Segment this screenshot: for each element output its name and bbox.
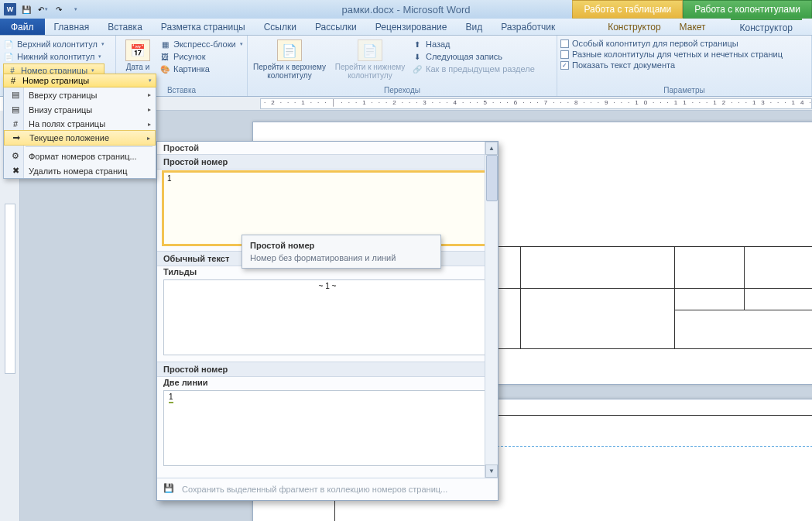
tab-insert[interactable]: Вставка	[98, 19, 152, 35]
header-top-label: Верхний колонтитул	[17, 39, 98, 49]
title-bar: W 💾 ↶▾ ↷ ▾ рамки.docx - Microsoft Word Р…	[0, 0, 812, 19]
tab-developer[interactable]: Разработчик	[492, 19, 564, 35]
first-page-checkbox[interactable]: Особый колонтитул для первой страницы	[560, 39, 783, 48]
page-number-menu-title: Номер страницы	[22, 76, 89, 85]
menu-page-margins[interactable]: #На полях страницы▸	[4, 117, 156, 131]
menu-format-label: Формат номеров страниц...	[29, 152, 137, 161]
express-blocks-button[interactable]: ▦Экспресс-блоки▾	[159, 39, 243, 50]
gallery-footer-label: Сохранить выделенный фрагмент в коллекци…	[182, 485, 447, 494]
gallery-category-simple: Простой	[157, 142, 498, 154]
odd-even-label: Разные колонтитулы для четных и нечетных…	[572, 50, 783, 59]
tab-file[interactable]: Файл	[0, 19, 45, 35]
tooltip: Простой номер Номер без форматирования и…	[242, 235, 441, 269]
header-top-button[interactable]: 📄Верхний колонтитул▾	[3, 39, 104, 50]
save-selection-icon: 💾	[163, 483, 176, 495]
goto-footer-button[interactable]: 📄 Перейти к нижнему колонтитулу	[331, 37, 409, 84]
goto-header-label: Перейти к верхнему колонтитулу	[251, 63, 328, 80]
context-tab-tables: Работа с таблицами	[572, 0, 683, 19]
nav-next-button[interactable]: ⬇Следующая запись	[412, 51, 535, 62]
calendar-icon: 📅	[125, 39, 150, 61]
show-doc-checkbox[interactable]: ✓Показать текст документа	[560, 60, 783, 70]
gallery-item-tildes[interactable]: ~ 1 ~	[163, 279, 492, 355]
menu-bottom-of-page[interactable]: ▤Внизу страницы▸	[4, 102, 156, 117]
gallery-tildes-sample: ~ 1 ~	[319, 282, 337, 290]
goto-header-button[interactable]: 📄 Перейти к верхнему колонтитулу	[251, 37, 328, 84]
ribbon-tabs: Файл Главная Вставка Разметка страницы С…	[0, 19, 812, 36]
page-down-icon: 📄	[358, 39, 382, 61]
nav-back-label: Назад	[426, 39, 451, 49]
context-tab-headers: Работа с колонтитулами	[683, 0, 812, 19]
page-number-menu: # Номер страницы ▾ ▤Вверху страницы▸ ▤Вн…	[3, 74, 156, 179]
header-bottom-button[interactable]: 📄Нижний колонтитул▾	[3, 51, 104, 62]
qat-customize-icon[interactable]: ▾	[68, 2, 82, 16]
menu-bottom-label: Внизу страницы	[29, 105, 92, 115]
tab-table-constructor[interactable]: Конструктор	[598, 19, 670, 35]
gallery-save-selection[interactable]: 💾 Сохранить выделенный фрагмент в коллек…	[157, 478, 498, 500]
menu-format-page-numbers[interactable]: ⚙Формат номеров страниц...	[4, 149, 156, 163]
menu-margins-label: На полях страницы	[29, 119, 105, 129]
tooltip-body: Номер без форматирования и линий	[250, 253, 433, 262]
nav-group-title: Переходы	[248, 85, 557, 96]
link-previous-button[interactable]: 🔗Как в предыдущем разделе	[412, 63, 535, 74]
redo-icon[interactable]: ↷	[52, 2, 66, 16]
odd-even-checkbox[interactable]: Разные колонтитулы для четных и нечетных…	[560, 50, 783, 59]
tab-review[interactable]: Рецензирование	[366, 19, 457, 35]
clipart-button[interactable]: 🎨Картинка	[159, 63, 243, 74]
menu-remove-page-numbers[interactable]: ✖Удалить номера страниц	[4, 163, 156, 178]
word-app-icon[interactable]: W	[3, 2, 17, 16]
quick-access-toolbar: W 💾 ↶▾ ↷ ▾	[0, 2, 82, 16]
save-icon[interactable]: 💾	[19, 2, 33, 16]
nav-next-label: Следующая запись	[426, 52, 502, 61]
show-doc-label: Показать текст документа	[572, 60, 675, 70]
scroll-down-icon[interactable]: ▼	[485, 464, 498, 478]
tab-references[interactable]: Ссылки	[255, 19, 306, 35]
tab-header-constructor[interactable]: Конструктор	[731, 19, 802, 35]
scroll-up-icon[interactable]: ▲	[485, 142, 498, 155]
picture-button[interactable]: 🖼Рисунок	[159, 51, 243, 62]
menu-current-position[interactable]: ⮕Текущее положение▸	[4, 130, 156, 146]
gallery-item-two-lines[interactable]: 1	[163, 390, 492, 466]
picture-label: Рисунок	[173, 52, 206, 61]
menu-top-of-page[interactable]: ▤Вверху страницы▸	[4, 87, 156, 102]
page-up-icon: 📄	[277, 39, 302, 61]
express-label: Экспресс-блоки	[173, 39, 236, 49]
tab-mailings[interactable]: Рассылки	[306, 19, 366, 35]
tab-home[interactable]: Главная	[45, 19, 99, 35]
gallery-section-simple-number-2: Простой номер	[157, 362, 498, 377]
link-previous-label: Как в предыдущем разделе	[426, 64, 535, 74]
menu-remove-label: Удалить номера страниц	[29, 166, 128, 176]
clipart-label: Картинка	[173, 64, 210, 74]
goto-footer-label: Перейти к нижнему колонтитулу	[331, 63, 409, 80]
tooltip-title: Простой номер	[250, 241, 433, 250]
gallery-twolines-sample: 1	[169, 392, 173, 403]
nav-back-button[interactable]: ⬆Назад	[412, 39, 535, 50]
header-bottom-label: Нижний колонтитул	[17, 52, 94, 61]
gallery-sample-1: 1	[167, 174, 172, 183]
scroll-thumb[interactable]	[486, 155, 498, 201]
params-group-title: Параметры	[557, 85, 811, 96]
window-title: рамки.docx - Microsoft Word	[341, 4, 470, 15]
gallery-scrollbar[interactable]: ▲ ▼	[485, 142, 498, 478]
gallery-section-simple-number: Простой номер	[157, 154, 498, 170]
page-number-gallery: Простой Простой номер 1 Обычный текст Ти…	[156, 141, 499, 501]
tab-layout[interactable]: Разметка страницы	[152, 19, 255, 35]
first-page-label: Особый колонтитул для первой страницы	[572, 39, 738, 48]
undo-icon[interactable]: ↶▾	[36, 2, 50, 16]
gallery-item-twolines-label: Две линии	[157, 377, 498, 388]
tab-table-layout[interactable]: Макет	[670, 19, 715, 35]
tab-view[interactable]: Вид	[456, 19, 492, 35]
menu-current-label: Текущее положение	[29, 133, 109, 142]
ruler-ticks: ·2···1···│···1···2···3···4···5···6···7··…	[260, 98, 812, 109]
page-number-menu-header: # Номер страницы ▾	[3, 74, 156, 87]
menu-top-label: Вверху страницы	[29, 91, 97, 100]
